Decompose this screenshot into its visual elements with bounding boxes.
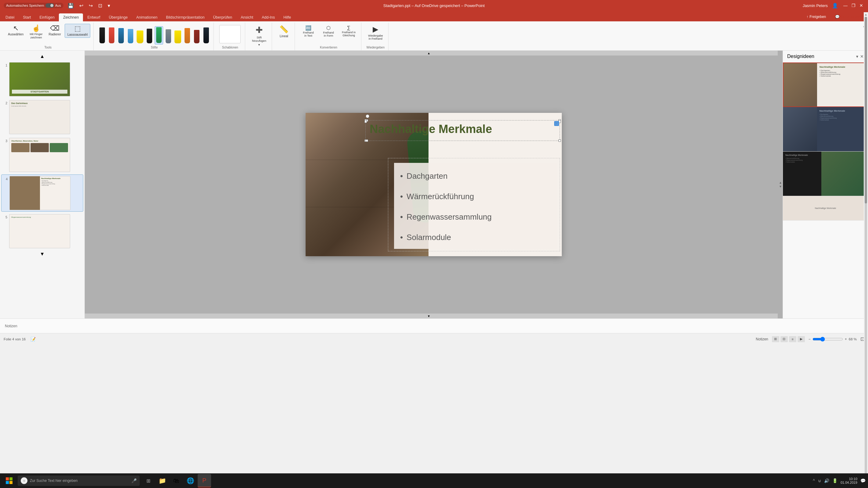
freihand-form-button[interactable]: ⬡ Freihandin Form [319, 24, 338, 38]
battery-icon[interactable]: 🔋 [832, 478, 837, 483]
tab-bildschirm[interactable]: Bildschirmpräsentation [162, 13, 209, 21]
autosave-pill[interactable] [45, 3, 54, 8]
slide-thumb-3[interactable]: 3 Oberflächen, Materialien, Natur [1, 136, 83, 173]
notes-icon[interactable]: 📝 [31, 337, 36, 342]
network-icon[interactable]: ⊍ [818, 478, 821, 483]
zoom-in-icon[interactable]: + [845, 337, 847, 341]
tab-animationen[interactable]: Animationen [132, 13, 162, 21]
svg-rect-1 [9, 477, 12, 480]
ribbon-group-schablonen: Schablonen [215, 23, 245, 50]
restore-button[interactable]: ❐ [850, 2, 857, 8]
present-icon[interactable]: ⊡ [97, 2, 103, 9]
slide-thumb-5[interactable]: 5 Regenwassersammlung [1, 213, 83, 249]
rotate-handle[interactable] [366, 114, 369, 118]
dropdown-icon[interactable]: ▾ [106, 2, 111, 9]
tab-hilfe[interactable]: Hilfe [279, 13, 295, 21]
reading-view-btn[interactable]: ≡ [789, 336, 796, 342]
pen-blue2[interactable] [126, 28, 135, 44]
design-option-1[interactable]: Nachhaltige Merkmale • Dachgarten • Wärm… [783, 63, 868, 107]
slide-thumb-2[interactable]: 2 Das Gartenhaus Lorem ipsum dolor sit a… [1, 99, 83, 135]
tab-addins[interactable]: Add-Ins [257, 13, 279, 21]
powerpoint-taskbar-icon[interactable]: P [198, 474, 211, 487]
pen-yellow2[interactable] [174, 29, 182, 44]
slide-thumb-4[interactable]: 4 Nachhaltige Merkmale • Dachgarten • Wä… [1, 175, 83, 212]
start-button[interactable] [2, 474, 16, 487]
bullet-3: Regenwassersammlung [400, 207, 551, 227]
pen-blue[interactable] [117, 27, 125, 44]
design-scroll-up[interactable]: ▲ [864, 13, 867, 16]
pen-black3[interactable] [202, 26, 211, 44]
canvas-scroll-down[interactable]: ▼ [85, 313, 778, 318]
bullet-list[interactable]: Dachgarten Wärmerückführung Regenwassers… [394, 163, 557, 249]
design-scroll-track [865, 17, 867, 483]
panel-scroll-down[interactable]: ▼ [1, 251, 83, 257]
tab-ansicht[interactable]: Ansicht [236, 13, 257, 21]
lasso-button[interactable]: ⬚ Lassoauswahl [65, 24, 91, 38]
taskbar-time-area[interactable]: 10:10 01.04.2019 [841, 477, 857, 484]
design-option-3[interactable]: Nachhaltige Merkmale • Wärmerückführung … [783, 152, 868, 196]
taskview-icon[interactable]: ⊞ [142, 474, 155, 487]
slide-title-area[interactable]: Nachhaltige Merkmale [370, 123, 557, 136]
edge-icon[interactable]: 🌐 [184, 474, 197, 487]
freihand-text-button[interactable]: 🔤 Freihandin Text [299, 24, 317, 38]
slide2-content: Lorem ipsum dolor sit amet... [11, 105, 68, 107]
pen-gray[interactable] [164, 28, 173, 44]
tab-einfuegen[interactable]: Einfügen [35, 13, 59, 21]
canvas-scroll-up[interactable]: ▲ [85, 51, 778, 56]
slideshow-btn[interactable]: ▶ [798, 336, 805, 342]
tab-entwurf[interactable]: Entwurf [83, 13, 104, 21]
design1-b4: • Solarmodule [819, 75, 865, 77]
notification-chevron-icon[interactable]: ^ [813, 478, 815, 483]
undo-icon[interactable]: ↩ [78, 2, 85, 9]
mic-icon[interactable]: 🎤 [131, 478, 136, 483]
ribbon-group-wiedergeben: ▶ Wiedergabein Freihand Wiedergeben [363, 23, 389, 50]
pen-green[interactable] [155, 26, 163, 44]
autosave-toggle[interactable]: Automatisches Speichern Aus [4, 3, 63, 8]
taskbar-search[interactable]: ○ Zur Suche Text hier eingeben 🎤 [18, 476, 140, 486]
minimize-button[interactable]: — [842, 2, 848, 8]
store-icon[interactable]: 🛍 [169, 474, 183, 487]
finger-button[interactable]: ☝ Mit Fingerzeichnen [27, 24, 45, 40]
tab-datei[interactable]: Datei [1, 13, 19, 21]
save-icon[interactable]: 💾 [66, 2, 75, 9]
design-panel-dropdown-icon[interactable]: ▾ [856, 54, 858, 59]
tab-start[interactable]: Start [19, 13, 35, 21]
slide-thumb-1[interactable]: 1 STADTGARTEN [1, 61, 83, 98]
zoom-slider[interactable] [812, 337, 843, 342]
design-panel-close-icon[interactable]: ✕ [860, 54, 864, 59]
tab-ueberpruefen[interactable]: Überprüfen [209, 13, 237, 21]
share-button[interactable]: ↑ Freigeben [803, 13, 830, 20]
account-icon[interactable]: 👤 [831, 2, 839, 9]
design-option-2[interactable]: Nachhaltige Merkmale • Dachgarten • Wärm… [783, 107, 868, 152]
zoom-out-icon[interactable]: − [808, 337, 811, 341]
volume-icon[interactable]: 🔊 [824, 478, 829, 483]
pen-black[interactable] [98, 26, 106, 44]
panel-scroll-up[interactable]: ▲ [1, 53, 83, 60]
pen-red[interactable] [107, 26, 116, 44]
scroll-up-arrow[interactable]: ▲ [779, 181, 782, 184]
scroll-down-arrow[interactable]: ▼ [779, 185, 782, 188]
wiedergabe-button[interactable]: ▶ Wiedergabein Freihand [366, 24, 385, 41]
action-center-icon[interactable]: 💬 [860, 478, 866, 483]
normal-view-btn[interactable]: ⊞ [772, 336, 779, 342]
explorer-icon[interactable]: 📁 [156, 474, 169, 487]
add-pen-button[interactable]: ✚ Stifthinzufügen ▾ [249, 24, 269, 48]
lineal-button[interactable]: 📏 Lineal [276, 24, 291, 39]
tab-zeichnen[interactable]: Zeichnen [59, 13, 83, 21]
tab-uebergaenge[interactable]: Übergänge [104, 13, 132, 21]
freihand-gleichung-button[interactable]: ∑ Freihand inGleichung [339, 24, 358, 38]
slide-sorter-btn[interactable]: ⊟ [780, 336, 788, 342]
pen-yellow[interactable] [136, 29, 144, 44]
pen-orange[interactable] [183, 27, 191, 44]
close-button[interactable]: ✕ [858, 2, 864, 8]
comment-button[interactable]: 💬 Kommentare [831, 13, 866, 20]
design-scroll-thumb[interactable] [865, 17, 867, 204]
pen-darkred[interactable] [192, 29, 201, 44]
pen-icon-black2 [147, 29, 152, 43]
radierer-button[interactable]: ⌫ Radierer [46, 24, 63, 37]
design-option-4[interactable]: Nachhaltige Merkmale [783, 196, 868, 220]
pen-black2[interactable] [145, 27, 154, 44]
auswahlen-button[interactable]: ↖ Auswählen [5, 24, 26, 37]
svg-rect-3 [9, 481, 12, 484]
redo-icon[interactable]: ↪ [88, 2, 94, 9]
